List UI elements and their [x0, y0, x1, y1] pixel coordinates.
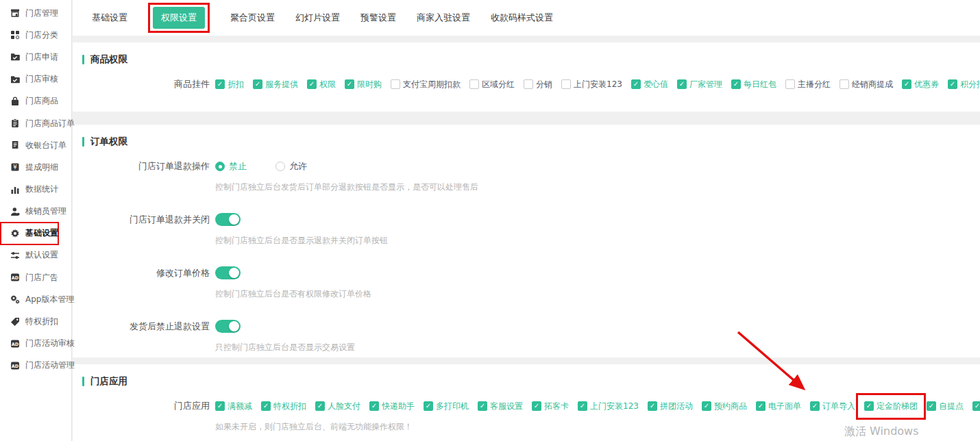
checkbox-label: 折扣	[228, 79, 244, 90]
help-text: 控制门店独立后台是否显示退款并关闭订单按钮	[215, 235, 980, 247]
checkbox-label: 定金阶梯团	[877, 401, 918, 412]
checkbox-item[interactable]: 区域分红	[469, 79, 515, 90]
checkbox-checked-icon	[315, 401, 325, 411]
sidebar-item[interactable]: 数据统计	[0, 179, 71, 201]
radio-forbid[interactable]: 禁止	[215, 160, 247, 173]
checkbox-checked-icon	[677, 79, 687, 89]
title-accent-bar	[82, 55, 84, 64]
tab-item[interactable]: 预警设置	[360, 12, 396, 24]
checkbox-item[interactable]: 权限	[307, 79, 336, 90]
checkbox-item[interactable]: 积分抵扣	[948, 79, 980, 90]
sidebar-item[interactable]: AD门店活动管理	[0, 355, 71, 377]
tab-item[interactable]: 聚合页设置	[230, 12, 275, 24]
form-row-no-refund-after-ship: 发货后禁止退款设置	[73, 320, 980, 333]
sidebar-item[interactable]: 门店申请	[0, 46, 71, 68]
shop-icon	[10, 8, 20, 18]
checkbox-item[interactable]: 优惠券	[902, 79, 939, 90]
checkbox-label: 订单导入	[822, 401, 855, 412]
grid-icon	[10, 30, 20, 40]
sidebar-item[interactable]: 门店审核	[0, 68, 71, 90]
section-title: 商品权限	[73, 42, 980, 66]
checkbox-unchecked-icon	[469, 79, 479, 89]
checkbox-item[interactable]: 折扣	[215, 79, 244, 90]
checkbox-checked-icon	[648, 401, 657, 411]
tab-item[interactable]: 基础设置	[92, 12, 127, 24]
checkbox-item[interactable]: 预约商品	[702, 401, 747, 412]
checkbox-item[interactable]: 拼团活动	[648, 401, 693, 412]
checkbox-label: 每日红包	[744, 79, 776, 90]
checkbox-item[interactable]: 上门安装123	[561, 79, 622, 90]
sidebar-item-label: 基础设置	[25, 227, 58, 239]
svg-text:¥: ¥	[13, 164, 17, 171]
checkbox-item[interactable]: 主播分红	[785, 79, 831, 90]
sliders-icon	[10, 251, 20, 260]
field-label: 门店订单退款操作	[73, 160, 210, 173]
checkbox-item[interactable]: 电子面单	[756, 401, 801, 412]
checkbox-item[interactable]: 拓客卡	[532, 401, 569, 412]
sidebar-item[interactable]: 默认设置	[0, 244, 71, 266]
checkbox-item[interactable]: 人脸支付	[315, 401, 360, 412]
checkbox-item[interactable]: 厂家管理	[677, 79, 722, 90]
checkbox-item-highlighted[interactable]: 定金阶梯团	[856, 393, 926, 420]
title-accent-bar	[82, 137, 84, 147]
checkbox-item[interactable]: 经销商提成	[840, 79, 893, 90]
sidebar-item-label: 特权折扣	[25, 316, 58, 327]
checkbox-item[interactable]: 客服设置	[478, 401, 523, 412]
checkbox-item[interactable]: 满额减	[215, 401, 252, 412]
checkbox-item[interactable]: 上门安装123	[578, 401, 639, 412]
sidebar-item-label: 门店分类	[25, 29, 58, 41]
sidebar-item[interactable]: AD门店活动审核	[0, 333, 71, 355]
checkbox-unchecked-icon	[840, 79, 849, 89]
sidebar-item[interactable]: 收银台订单	[0, 134, 71, 156]
checkbox-item[interactable]: 分销	[524, 79, 552, 90]
svg-text:AD: AD	[11, 364, 19, 369]
checkbox-checked-icon	[578, 401, 587, 411]
ad-icon: AD	[10, 339, 20, 349]
checkbox-item[interactable]: 服务提供	[253, 79, 298, 90]
checkbox-label: 分销	[536, 79, 552, 90]
field-label: 修改订单价格	[73, 267, 210, 279]
checkbox-item[interactable]: 限时购	[345, 79, 382, 90]
sidebar-item-label: 门店商品订单	[25, 118, 75, 129]
tab-item[interactable]: 收款码样式设置	[491, 12, 553, 24]
gear-icon	[10, 229, 20, 238]
checkbox-label: 主播分红	[798, 79, 831, 90]
checkbox-checked-icon	[731, 79, 741, 89]
form-row-refund-operation: 门店订单退款操作 禁止 允许	[73, 160, 980, 173]
checkbox-item[interactable]: 每日红包	[731, 79, 776, 90]
sidebar-item[interactable]: ¥提成明细	[0, 156, 71, 178]
sidebar-item[interactable]: 核销员管理	[0, 201, 71, 223]
sidebar-item-label: 数据统计	[25, 184, 58, 195]
sidebar-item[interactable]: 门店管理	[0, 2, 71, 24]
sidebar-item[interactable]: 门店分类	[0, 24, 71, 46]
checkbox-item[interactable]: 特权折扣	[261, 401, 306, 412]
checkbox-item[interactable]: 厂家管理	[972, 401, 980, 412]
tab-item-active[interactable]: 权限设置	[153, 7, 205, 29]
sidebar-item[interactable]: 门店商品订单	[0, 112, 71, 134]
sidebar-item-highlighted[interactable]: 基础设置	[0, 222, 59, 245]
checkbox-label: 多打印机	[436, 401, 469, 412]
sidebar-item[interactable]: AD门店广告	[0, 266, 71, 288]
checkbox-item[interactable]: 支付宝周期扣款	[391, 79, 461, 90]
checkbox-checked-icon	[424, 401, 433, 411]
sidebar-item[interactable]: App版本管理	[0, 288, 71, 310]
checkbox-item[interactable]: 自提点	[927, 401, 964, 412]
no-refund-after-ship-toggle[interactable]	[215, 320, 241, 333]
tab-item[interactable]: 幻灯片设置	[295, 12, 340, 24]
checkbox-item[interactable]: 爱心值	[631, 79, 668, 90]
sidebar-item[interactable]: 门店商品	[0, 90, 71, 112]
bar-chart-icon	[10, 185, 20, 194]
refund-close-toggle[interactable]	[215, 213, 241, 226]
radio-label: 禁止	[229, 160, 247, 173]
checkbox-item[interactable]: 多打印机	[424, 401, 469, 412]
radio-allow[interactable]: 允许	[275, 160, 307, 173]
checkbox-item[interactable]: 订单导入	[810, 401, 855, 412]
tab-item[interactable]: 商家入驻设置	[417, 12, 470, 24]
checkbox-item[interactable]: 快递助手	[369, 401, 415, 412]
modify-price-toggle[interactable]	[215, 266, 241, 279]
sidebar-item[interactable]: 特权折扣	[0, 310, 71, 332]
sidebar-item-label: 核销员管理	[25, 205, 66, 217]
checkbox-label: 自提点	[939, 401, 964, 412]
ad-icon: AD	[10, 361, 20, 370]
checkbox-label: 快递助手	[382, 401, 415, 412]
